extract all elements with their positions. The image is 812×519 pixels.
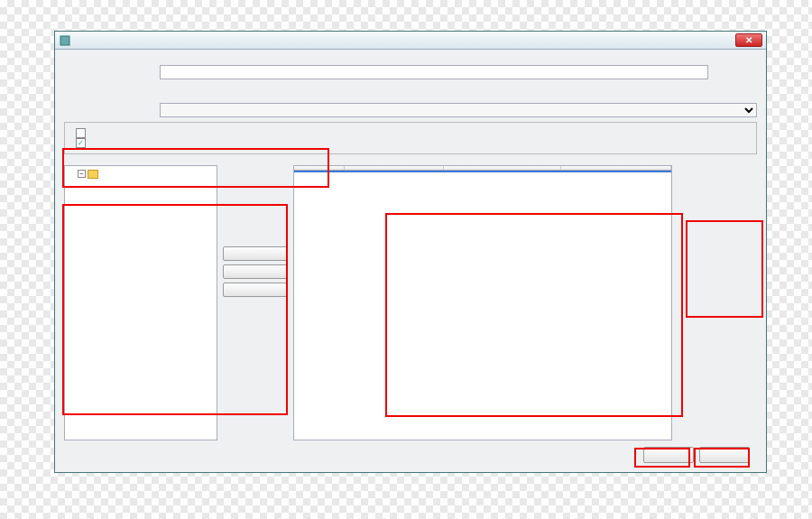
col-scaling[interactable] <box>561 166 671 170</box>
col-address[interactable] <box>294 166 345 170</box>
register-count-value <box>160 84 708 98</box>
ok-button[interactable] <box>643 447 694 463</box>
expand-icon[interactable]: − <box>78 170 86 178</box>
remove-button[interactable] <box>223 264 288 279</box>
cancel-button[interactable] <box>699 447 750 463</box>
add-button[interactable] <box>223 246 288 261</box>
title-bar: ✕ <box>55 32 766 50</box>
close-button[interactable]: ✕ <box>735 33 762 47</box>
msb-first-checkbox[interactable]: ✓ <box>76 138 86 148</box>
lsw-first-checkbox[interactable] <box>76 128 86 138</box>
table-row[interactable] <box>294 171 671 172</box>
folder-icon <box>88 170 98 179</box>
data-format-group: ✓ <box>64 122 757 154</box>
dialog-window: ✕ ✓ <box>54 31 767 473</box>
modbus-function-select[interactable] <box>160 103 757 117</box>
value-table <box>293 165 672 440</box>
col-value-type[interactable] <box>345 166 444 170</box>
col-format[interactable] <box>444 166 561 170</box>
app-icon <box>59 34 71 47</box>
add-user-defined-button[interactable] <box>223 283 288 297</box>
first-address-input[interactable] <box>160 65 708 79</box>
value-tree[interactable]: − <box>64 165 217 440</box>
svg-rect-0 <box>60 36 69 45</box>
